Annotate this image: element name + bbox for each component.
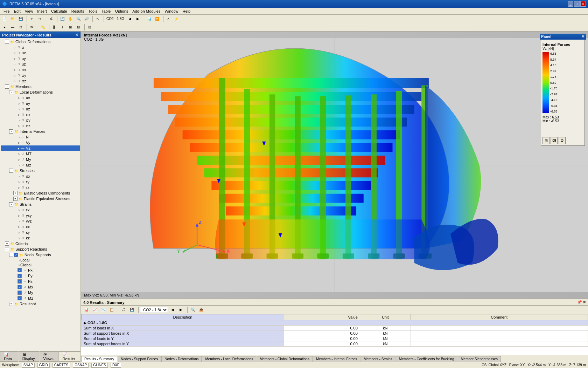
btab-members-strains[interactable]: Members - Strains [360,356,396,362]
tree-ky[interactable]: ○ ⊓ κy [1,230,80,235]
tb-next[interactable]: ▶ [134,15,142,22]
tree-uy-g[interactable]: ○ ⊓ uy [1,56,80,61]
radio-Mz[interactable]: ○ [18,163,20,167]
tree-Mz[interactable]: ○ ↺ Mz [1,162,80,168]
tree-tauy[interactable]: ○ ⊓ τy [1,179,80,185]
tb-check[interactable]: ✓ [164,15,172,22]
menu-view[interactable]: View [23,8,35,14]
rt-prev[interactable]: ◀ [169,306,176,313]
tree-uz-g[interactable]: ○ ⊓ uz [1,61,80,67]
btab-members-internal[interactable]: Members - Internal Forces [313,356,360,362]
btab-nodes-support[interactable]: Nodes - Support Forces [118,356,161,362]
tb2-iso[interactable]: 🎛 [50,24,58,31]
toggle-support-reactions[interactable]: - [5,247,9,251]
radio-uz-g[interactable]: ○ [13,62,15,66]
btab-members-buckling[interactable]: Members - Coefficients for Buckling [396,356,457,362]
radio-MT[interactable]: ○ [18,152,20,156]
radio-ux-l[interactable]: ○ [18,96,20,100]
menu-edit[interactable]: Edit [12,8,23,14]
tree-Pz[interactable]: ✓ → Pz [1,279,80,284]
toggle-stresses[interactable]: - [9,169,13,173]
tree-kz[interactable]: ○ ⊓ κz [1,235,80,241]
tb-rotate[interactable]: 🔄 [58,15,66,22]
radio-N[interactable]: ○ [18,135,20,139]
tree-Py[interactable]: ✓ → Py [1,273,80,279]
tree-members[interactable]: - 📁 Members [1,84,80,89]
radio-My[interactable]: ○ [18,158,20,162]
legend-close-icon[interactable]: ✕ [581,34,584,39]
tree-ex[interactable]: ○ ⊓ εx [1,207,80,213]
radio-phix-l[interactable]: ○ [18,113,20,117]
radio-tauz[interactable]: ○ [18,186,20,190]
toggle-global-def[interactable]: - [5,40,9,44]
tree-u[interactable]: ○ ⊓ u [1,45,80,50]
tree-resultant[interactable]: + 📁 Resultant [1,301,80,307]
radio-sigmax[interactable]: ○ [18,175,20,178]
rt-btn5[interactable]: 🖨 [120,306,127,313]
viewport[interactable]: Internal Forces V-z [kN] CO2 - 1.8G [81,32,588,299]
tb-results[interactable]: 📊 [145,15,153,22]
tb2-member[interactable]: — [9,24,16,31]
tree-support-reactions[interactable]: - 📁 Support Reactions [1,246,80,252]
menu-calculate[interactable]: Calculate [49,8,69,14]
tree-sigmax[interactable]: ○ ⊓ σx [1,173,80,179]
tree-Mz-s[interactable]: ✓ ↺ Mz [1,295,80,301]
radio-global[interactable]: ○ [18,263,20,267]
rt-btn6[interactable]: 💾 [128,306,136,313]
cb-Pz[interactable]: ✓ [18,279,22,284]
tb2-display[interactable]: 👁 [28,24,36,31]
menu-help[interactable]: Help [181,8,193,14]
tree-phiy-l[interactable]: ○ ⊓ φy [1,117,80,123]
tb-undo[interactable]: ↩ [28,15,36,22]
tree-local-def[interactable]: - 📁 Local Deformations [1,89,80,95]
tree-phiz-l[interactable]: ○ ⊓ φz [1,123,80,129]
radio-tauy[interactable]: ○ [18,180,20,184]
tree-criteria[interactable]: + 📁 Criteria [1,241,80,246]
tree-Mx-s[interactable]: ✓ ↺ Mx [1,284,80,290]
radio-gxy[interactable]: ○ [18,214,20,218]
tree-MT[interactable]: ○ ↺ MT [1,151,80,157]
tree-gxy[interactable]: ○ ⊓ γxy [1,213,80,218]
rt-next[interactable]: ▶ [177,306,185,313]
status-snap[interactable]: SNAP [22,363,35,368]
rt-btn1[interactable]: 📊 [83,306,90,313]
radio-phiy-l[interactable]: ○ [18,118,20,122]
tree-N[interactable]: ○ — N [1,134,80,140]
rt-btn2[interactable]: 📈 [91,306,99,313]
radio-kx[interactable]: ○ [18,225,20,229]
tree-strains[interactable]: - 📁 Strains [1,202,80,207]
tree-My-s[interactable]: ✓ ↺ My [1,290,80,295]
cb-My[interactable]: ✓ [18,291,22,295]
tree-stresses[interactable]: - 📁 Stresses [1,168,80,173]
radio-uy-g[interactable]: ○ [13,57,15,61]
legend-table-icon[interactable]: ⊞ [542,137,550,144]
rt-filter[interactable]: 🔍 [189,306,197,313]
tree-phix-g[interactable]: ○ ⊓ φx [1,67,80,73]
tb-pan[interactable]: ✋ [66,15,74,22]
status-dxf[interactable]: DXF [111,363,121,368]
tree-ux[interactable]: ○ ⊓ ux [1,50,80,56]
status-grid[interactable]: GRID [37,363,50,368]
btab-slenderness[interactable]: Member Slendernesses [458,356,501,362]
tb2-node[interactable]: ● [1,24,8,31]
tb-prev[interactable]: ◀ [126,15,134,22]
menu-table[interactable]: Table [99,8,113,14]
radio-ky[interactable]: ○ [18,231,20,234]
toggle-strains[interactable]: - [9,202,13,206]
tree-phiz-g[interactable]: ○ ⊓ φz [1,78,80,84]
menu-tools[interactable]: Tools [86,8,99,14]
legend-image-icon[interactable]: 🖼 [551,137,558,144]
menu-addon[interactable]: Add-on Modules [130,8,162,14]
tb2-top[interactable]: ⊤ [58,24,66,31]
tree-nodal-supports[interactable]: - ✓ 📁 Nodal Supports [1,252,80,258]
cb-Px[interactable]: ✓ [18,268,22,272]
results-combo[interactable]: CO2 - 1.8G [140,307,168,313]
cb-nodal-supports[interactable]: ✓ [14,253,18,257]
status-glines[interactable]: GLINES [91,363,108,368]
radio-Vz[interactable]: ● [18,146,20,150]
btab-nodes-def[interactable]: Nodes - Deformations [161,356,202,362]
radio-phiz-g[interactable]: ○ [13,79,15,83]
tree-My[interactable]: ○ ↺ My [1,157,80,162]
toggle-local-def[interactable]: - [9,90,13,94]
tb-save[interactable]: 💾 [17,15,24,22]
